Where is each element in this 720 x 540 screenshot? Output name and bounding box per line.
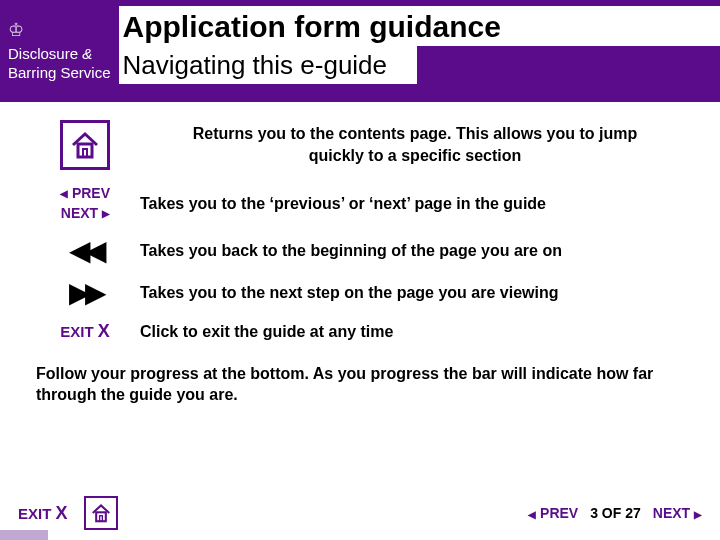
exit-icon: EXIT X	[60, 321, 110, 342]
footer-next-label: NEXT	[653, 505, 690, 521]
footer-prev-label: PREV	[540, 505, 578, 521]
content: Returns you to the contents page. This a…	[0, 102, 720, 406]
row-home: Returns you to the contents page. This a…	[30, 120, 690, 170]
footer-exit-x: X	[56, 503, 68, 523]
home-button[interactable]	[84, 496, 118, 530]
crown-icon: ♔	[8, 19, 111, 41]
row-exit: EXIT X Click to exit the guide at any ti…	[30, 321, 690, 343]
home-icon	[60, 120, 110, 170]
row-rewind: ◀◀ Takes you back to the beginning of th…	[30, 237, 690, 265]
follow-progress-text: Follow your progress at the bottom. As y…	[30, 357, 690, 406]
progress-bar	[0, 530, 48, 540]
prev-next-icon: ◀ PREV NEXT ▶	[60, 184, 110, 223]
exit-text: EXIT	[60, 323, 93, 340]
triangle-right-icon: ▶	[102, 208, 110, 219]
org-logo: ♔ Disclosure & Barring Service	[8, 0, 123, 102]
svg-rect-2	[96, 512, 106, 521]
org-amp: &	[82, 45, 92, 62]
org-line2: Barring Service	[8, 64, 111, 81]
page-indicator: 3 OF 27	[590, 505, 641, 521]
exit-x: X	[98, 321, 110, 341]
next-button[interactable]: NEXT ▶	[653, 505, 702, 521]
fast-forward-icon: ▶▶	[69, 279, 101, 307]
page-subtitle: Navigating this e-guide	[119, 46, 418, 87]
home-desc: Returns you to the contents page. This a…	[140, 123, 690, 166]
header: ♔ Disclosure & Barring Service Applicati…	[0, 0, 720, 102]
org-name: Disclosure & Barring Service	[8, 45, 111, 83]
prev-button[interactable]: ◀ PREV	[528, 505, 578, 521]
forward-desc: Takes you to the next step on the page y…	[140, 282, 690, 304]
footer-triangle-right-icon: ▶	[694, 509, 702, 520]
footer-exit-text: EXIT	[18, 505, 51, 522]
title-block: Application form guidance Navigating thi…	[123, 0, 720, 102]
prev-next-desc: Takes you to the ‘previous’ or ‘next’ pa…	[140, 193, 690, 215]
next-mini-label: NEXT	[61, 205, 98, 221]
org-line1: Disclosure	[8, 45, 78, 62]
rewind-desc: Takes you back to the beginning of the p…	[140, 240, 690, 262]
footer-triangle-left-icon: ◀	[528, 509, 536, 520]
row-forward: ▶▶ Takes you to the next step on the pag…	[30, 279, 690, 307]
svg-rect-0	[78, 144, 92, 157]
exit-button[interactable]: EXIT X	[18, 503, 68, 524]
row-prev-next: ◀ PREV NEXT ▶ Takes you to the ‘previous…	[30, 184, 690, 223]
exit-desc: Click to exit the guide at any time	[140, 321, 690, 343]
page-title: Application form guidance	[119, 6, 720, 46]
prev-mini-label: PREV	[72, 185, 110, 201]
rewind-icon: ◀◀	[69, 237, 101, 265]
footer-nav: EXIT X ◀ PREV 3 OF 27 NEXT ▶	[0, 496, 720, 530]
triangle-left-icon: ◀	[60, 188, 68, 199]
